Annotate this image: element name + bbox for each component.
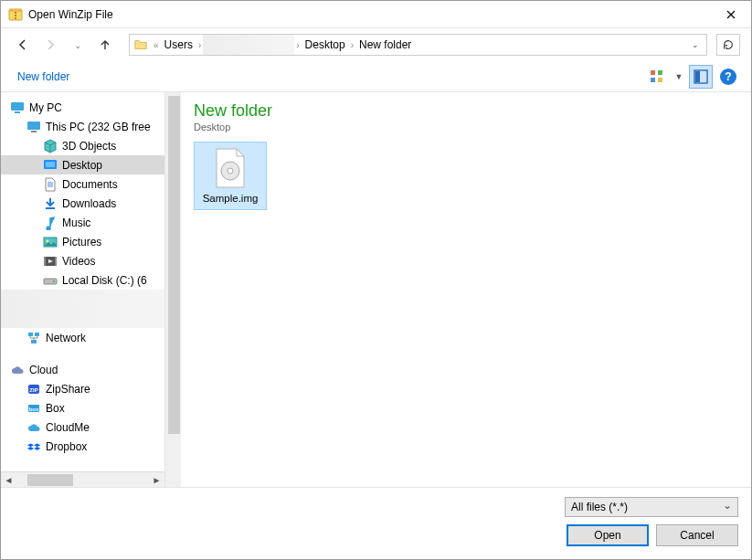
svg-point-24 — [53, 280, 55, 282]
zipshare-icon: ZIP — [26, 382, 41, 396]
view-options-button[interactable] — [645, 65, 669, 89]
address-bar[interactable]: « Users › › Desktop › New folder ⌄ — [129, 34, 707, 56]
drive-icon — [43, 273, 58, 288]
folder-icon — [132, 36, 150, 54]
svg-rect-17 — [46, 207, 55, 209]
content-pane: New folder Desktop Sample.img — [181, 92, 751, 487]
breadcrumb-users[interactable]: Users — [161, 35, 196, 55]
file-item[interactable]: Sample.img — [194, 142, 267, 210]
nav-row: ⌄ « Users › › Desktop › New folder ⌄ — [1, 28, 751, 61]
new-folder-button[interactable]: New folder — [12, 67, 75, 87]
tree-dropbox[interactable]: Dropbox — [1, 437, 164, 456]
monitor-icon — [10, 100, 25, 115]
tree-zipshare[interactable]: ZIP ZipShare — [1, 379, 164, 398]
tree-desktop[interactable]: Desktop — [1, 155, 164, 174]
svg-rect-7 — [651, 78, 655, 82]
svg-rect-12 — [15, 111, 20, 113]
pc-icon — [26, 120, 41, 134]
svg-rect-1 — [9, 9, 22, 12]
music-icon — [43, 216, 58, 230]
breadcrumb-newfolder[interactable]: New folder — [355, 35, 415, 55]
cloudme-icon — [26, 420, 41, 435]
tree-label: Local Disk (C:) (6 — [62, 274, 147, 287]
tree-3d-objects[interactable]: 3D Objects — [1, 136, 164, 155]
tree-downloads[interactable]: Downloads — [1, 194, 164, 213]
document-icon — [43, 177, 58, 192]
tree-local-disk[interactable]: Local Disk (C:) (6 — [1, 270, 164, 290]
file-grid: Sample.img — [194, 142, 738, 210]
sidebar-hscrollbar[interactable]: ◄ ► — [1, 471, 164, 487]
svg-rect-16 — [46, 162, 55, 167]
cloud-icon — [10, 363, 25, 377]
toolbar: New folder ▼ ? — [1, 61, 751, 92]
titlebar: Open WinZip File — [1, 1, 751, 28]
address-dropdown[interactable]: ⌄ — [688, 40, 703, 49]
help-button[interactable]: ? — [716, 65, 740, 89]
back-button[interactable] — [12, 34, 34, 56]
tree-label: Pictures — [62, 236, 101, 248]
tree-this-pc[interactable]: This PC (232 GB free — [1, 117, 164, 136]
svg-text:box: box — [29, 406, 39, 411]
tree-videos[interactable]: Videos — [1, 251, 164, 270]
scroll-right-button[interactable]: ► — [149, 472, 164, 488]
tree-label — [46, 312, 89, 325]
svg-rect-26 — [35, 333, 39, 336]
blank-icon — [26, 312, 41, 326]
help-icon: ? — [720, 69, 736, 85]
preview-pane-button[interactable] — [689, 65, 713, 89]
tree-label: 3D Objects — [62, 140, 116, 153]
scroll-thumb[interactable] — [168, 96, 180, 434]
scroll-track[interactable] — [16, 472, 149, 488]
tree-my-pc[interactable]: My PC — [1, 98, 164, 117]
tree-network[interactable]: Network — [1, 328, 164, 347]
refresh-button[interactable] — [716, 34, 740, 56]
tree-cloudme[interactable]: CloudMe — [1, 417, 164, 437]
tree-redacted-1[interactable] — [1, 290, 164, 309]
sidebar: My PC This PC (232 GB free 3D Objects — [1, 92, 165, 487]
scroll-left-button[interactable]: ◄ — [1, 472, 16, 488]
tree-label: Music — [62, 217, 90, 229]
recent-locations-button[interactable]: ⌄ — [67, 34, 89, 56]
svg-point-33 — [228, 168, 233, 174]
breadcrumb-desktop[interactable]: Desktop — [302, 35, 349, 55]
tree-redacted-2[interactable] — [1, 309, 164, 328]
dialog-body: My PC This PC (232 GB free 3D Objects — [1, 92, 751, 487]
cancel-button[interactable]: Cancel — [656, 524, 738, 546]
folder-heading: New folder — [194, 101, 738, 121]
blank-icon — [43, 292, 58, 307]
svg-rect-2 — [15, 12, 16, 14]
up-button[interactable] — [94, 34, 116, 56]
svg-point-19 — [47, 239, 49, 242]
tree-label: Network — [46, 332, 86, 344]
tree-label: Downloads — [62, 197, 116, 210]
app-icon — [8, 7, 23, 22]
svg-rect-27 — [31, 340, 37, 343]
file-name: Sample.img — [196, 193, 264, 204]
tree-label: Box — [46, 402, 65, 415]
svg-rect-10 — [695, 71, 700, 82]
tree-cloud[interactable]: Cloud — [1, 360, 164, 379]
breadcrumb-redacted[interactable] — [203, 35, 294, 55]
svg-rect-13 — [27, 122, 40, 130]
open-button[interactable]: Open — [567, 524, 649, 546]
close-button[interactable] — [710, 1, 751, 28]
tree-music[interactable]: Music — [1, 213, 164, 232]
tree-label: Desktop — [62, 159, 102, 172]
folder-subheading: Desktop — [194, 122, 738, 132]
tree-pictures[interactable]: Pictures — [1, 232, 164, 251]
tree-label: Documents — [62, 178, 118, 191]
tree-label: This PC (232 GB free — [46, 121, 151, 133]
tree-label: CloudMe — [46, 421, 90, 434]
tree-box[interactable]: box Box — [1, 398, 164, 417]
tree-documents[interactable]: Documents — [1, 174, 164, 194]
svg-rect-6 — [658, 70, 662, 75]
sidebar-vscrollbar[interactable] — [165, 92, 181, 487]
svg-rect-5 — [651, 70, 655, 75]
file-type-filter[interactable]: All files (*.*) — [565, 497, 738, 517]
videos-icon — [43, 254, 58, 269]
tree-label: Dropbox — [46, 440, 87, 453]
forward-button[interactable] — [39, 34, 61, 56]
view-dropdown[interactable]: ▼ — [673, 72, 685, 81]
scroll-thumb[interactable] — [27, 474, 73, 486]
svg-text:ZIP: ZIP — [29, 387, 37, 393]
